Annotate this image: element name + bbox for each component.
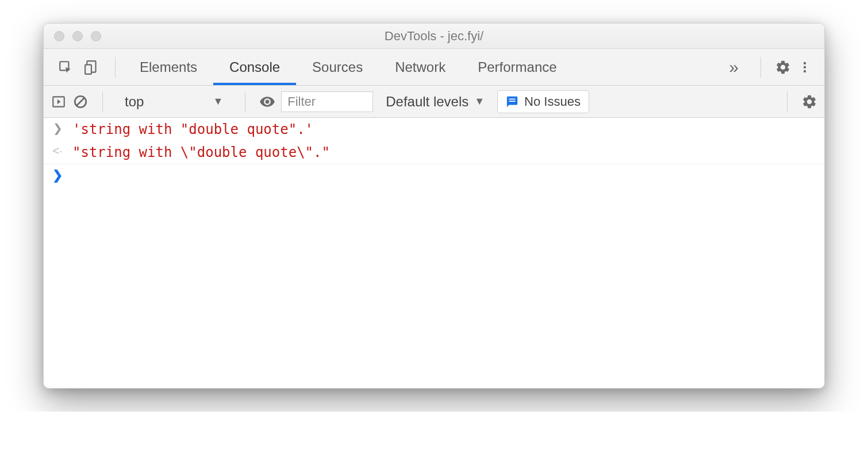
console-input-line[interactable]: ❯ 'string with "double quote".' <box>44 118 824 141</box>
input-marker-icon: ❯ <box>52 121 63 135</box>
devtools-window: DevTools - jec.fyi/ Elements Console Sou… <box>43 23 825 389</box>
traffic-lights <box>54 31 101 41</box>
divider <box>245 91 245 112</box>
window-close-button[interactable] <box>54 31 64 41</box>
device-toolbar-icon[interactable] <box>84 59 100 75</box>
issues-label: No Issues <box>524 94 581 109</box>
tab-network[interactable]: Network <box>379 49 462 85</box>
issues-button[interactable]: No Issues <box>497 90 589 113</box>
divider <box>787 91 788 112</box>
console-toolbar: top ▼ Default levels ▼ No Issues <box>44 86 824 118</box>
live-expression-icon[interactable] <box>259 94 275 110</box>
console-input-text: 'string with "double quote".' <box>72 121 313 137</box>
svg-rect-2 <box>85 64 91 74</box>
settings-icon[interactable] <box>775 59 791 75</box>
window-maximize-button[interactable] <box>91 31 101 41</box>
divider <box>102 91 103 112</box>
svg-line-8 <box>77 98 85 105</box>
svg-point-5 <box>804 70 806 72</box>
filter-input[interactable] <box>281 91 373 112</box>
tab-console[interactable]: Console <box>213 49 296 85</box>
divider <box>115 57 116 78</box>
tabbar: Elements Console Sources Network Perform… <box>44 49 824 86</box>
kebab-menu-icon[interactable] <box>797 59 813 75</box>
chevron-down-icon: ▼ <box>213 95 223 108</box>
titlebar: DevTools - jec.fyi/ <box>44 24 824 49</box>
output-marker-icon: <· <box>52 144 63 158</box>
issues-icon <box>506 95 519 108</box>
tab-sources[interactable]: Sources <box>296 49 379 85</box>
clear-console-icon[interactable] <box>72 94 89 110</box>
window-minimize-button[interactable] <box>72 31 83 41</box>
more-tabs-button[interactable]: » <box>721 57 747 77</box>
console-body: ❯ 'string with "double quote".' <· "stri… <box>44 118 824 388</box>
context-selector[interactable]: top ▼ <box>117 94 231 110</box>
console-output-text: "string with \"double quote\"." <box>72 144 330 160</box>
tabs: Elements Console Sources Network Perform… <box>124 49 721 85</box>
log-levels-selector[interactable]: Default levels ▼ <box>379 94 491 110</box>
sidebar-toggle-icon[interactable] <box>51 94 67 110</box>
prompt-marker-icon: ❯ <box>52 168 63 183</box>
svg-point-3 <box>804 62 806 64</box>
divider <box>761 57 761 78</box>
svg-point-4 <box>804 66 806 68</box>
context-label: top <box>125 94 144 110</box>
levels-label: Default levels <box>386 94 468 110</box>
console-settings-icon[interactable] <box>801 94 817 110</box>
tab-performance[interactable]: Performance <box>462 49 573 85</box>
console-output-line[interactable]: <· "string with \"double quote\"." <box>44 141 824 164</box>
window-title: DevTools - jec.fyi/ <box>52 29 816 44</box>
tab-elements[interactable]: Elements <box>124 49 213 85</box>
console-prompt-line[interactable]: ❯ <box>44 164 824 186</box>
chevron-down-icon: ▼ <box>474 95 485 108</box>
inspect-element-icon[interactable] <box>57 59 74 75</box>
